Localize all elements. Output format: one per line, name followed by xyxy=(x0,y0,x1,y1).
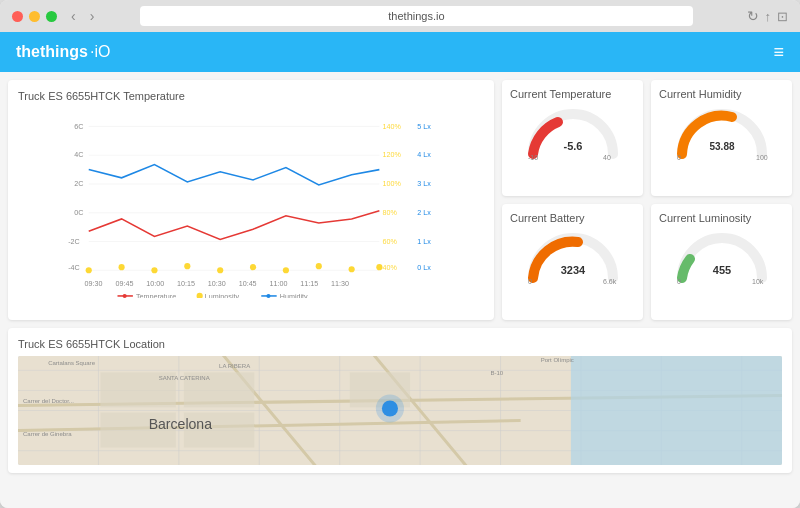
svg-text:11:00: 11:00 xyxy=(269,280,287,288)
svg-point-46 xyxy=(197,293,203,298)
svg-text:2C: 2C xyxy=(74,180,83,188)
humidity-gauge-container: 0 100 53.88 xyxy=(659,104,784,162)
luminosity-gauge-panel: Current Luminosity 0 10k xyxy=(651,204,792,320)
svg-point-30 xyxy=(283,267,289,273)
refresh-button[interactable]: ↻ xyxy=(747,8,759,24)
svg-text:Barcelona: Barcelona xyxy=(149,416,213,432)
brand-logo: thethings ·iO xyxy=(16,43,110,61)
chart-title: Truck ES 6655HTCK Temperature xyxy=(18,90,484,102)
brand-suffix: ·iO xyxy=(90,43,110,61)
svg-text:455: 455 xyxy=(712,264,730,276)
browser-actions: ↑ ⊡ xyxy=(765,9,789,24)
svg-text:2 Lx: 2 Lx xyxy=(417,209,431,217)
temperature-gauge-container: -10 40 -5.6 xyxy=(510,104,635,162)
svg-rect-87 xyxy=(571,356,782,465)
forward-button[interactable]: › xyxy=(90,8,95,24)
svg-point-90 xyxy=(376,394,404,422)
chart-panel: Truck ES 6655HTCK Temperature 6C 4C 2C 0… xyxy=(8,80,494,320)
temperature-gauge-title: Current Temperature xyxy=(510,88,611,100)
brand-name: thethings xyxy=(16,43,88,61)
map-svg: Barcelona Carrer del Doctor... Carrer de… xyxy=(18,356,782,465)
svg-text:-4C: -4C xyxy=(68,264,80,272)
svg-text:B-10: B-10 xyxy=(490,370,503,376)
luminosity-gauge-container: 0 10k 455 xyxy=(659,228,784,286)
hamburger-menu[interactable]: ≡ xyxy=(773,42,784,63)
svg-point-33 xyxy=(376,264,382,270)
svg-text:40: 40 xyxy=(603,154,611,161)
browser-frame: ‹ › thethings.io ↻ ↑ ⊡ thethings ·iO ≡ T… xyxy=(0,0,800,508)
svg-text:10:15: 10:15 xyxy=(177,280,195,288)
chart-svg: 6C 4C 2C 0C -2C -4C 140% 120% 100% 80% 6… xyxy=(18,108,484,298)
back-button[interactable]: ‹ xyxy=(71,8,76,24)
svg-text:LA RIBERA: LA RIBERA xyxy=(219,363,250,369)
humidity-gauge-svg: 0 100 53.88 xyxy=(672,104,772,162)
svg-text:0: 0 xyxy=(677,154,681,161)
svg-point-49 xyxy=(266,294,270,298)
main-content: Truck ES 6655HTCK Temperature 6C 4C 2C 0… xyxy=(0,72,800,508)
share-icon[interactable]: ↑ xyxy=(765,9,772,24)
map-title: Truck ES 6655HTCK Location xyxy=(18,338,782,350)
svg-text:10:45: 10:45 xyxy=(239,280,257,288)
svg-point-32 xyxy=(349,266,355,272)
top-section: Truck ES 6655HTCK Temperature 6C 4C 2C 0… xyxy=(8,80,792,320)
battery-gauge-svg: 0 6.6k 3234 xyxy=(523,228,623,286)
bottom-section: Truck ES 6655HTCK Location xyxy=(8,328,792,473)
svg-text:0 Lx: 0 Lx xyxy=(417,264,431,272)
svg-text:6.6k: 6.6k xyxy=(603,278,617,285)
svg-text:4C: 4C xyxy=(74,151,83,159)
svg-text:11:15: 11:15 xyxy=(300,280,318,288)
svg-text:0: 0 xyxy=(528,278,532,285)
svg-text:80%: 80% xyxy=(382,209,397,217)
svg-text:5 Lx: 5 Lx xyxy=(417,123,431,131)
app-container: thethings ·iO ≡ Truck ES 6655HTCK Temper… xyxy=(0,32,800,508)
svg-text:Humidity: Humidity xyxy=(280,293,308,298)
svg-point-25 xyxy=(119,264,125,270)
map-area[interactable]: Barcelona Carrer del Doctor... Carrer de… xyxy=(18,356,782,465)
svg-text:Temperature: Temperature xyxy=(136,293,176,298)
url-text: thethings.io xyxy=(388,10,444,22)
address-bar[interactable]: thethings.io xyxy=(140,6,692,26)
close-button[interactable] xyxy=(12,11,23,22)
svg-text:10:00: 10:00 xyxy=(146,280,164,288)
svg-text:SANTA CATERINA: SANTA CATERINA xyxy=(159,375,210,381)
maximize-button[interactable] xyxy=(46,11,57,22)
svg-point-31 xyxy=(316,263,322,269)
minimize-button[interactable] xyxy=(29,11,40,22)
svg-text:100: 100 xyxy=(756,154,768,161)
svg-text:Luminosity: Luminosity xyxy=(205,293,240,298)
temperature-gauge-svg: -10 40 -5.6 xyxy=(523,104,623,162)
battery-gauge-panel: Current Battery 0 6.6k xyxy=(502,204,643,320)
svg-point-28 xyxy=(217,267,223,273)
top-nav: thethings ·iO ≡ xyxy=(0,32,800,72)
svg-text:53.88: 53.88 xyxy=(709,141,734,152)
svg-text:0C: 0C xyxy=(74,209,83,217)
svg-point-26 xyxy=(151,267,157,273)
svg-text:Carrer del Doctor...: Carrer del Doctor... xyxy=(23,398,74,404)
svg-text:Carrer de Ginebra: Carrer de Ginebra xyxy=(23,431,72,437)
svg-text:Cartalans Square: Cartalans Square xyxy=(48,360,95,366)
tab-icon[interactable]: ⊡ xyxy=(777,9,788,24)
svg-text:1 Lx: 1 Lx xyxy=(417,238,431,246)
svg-text:09:45: 09:45 xyxy=(115,280,133,288)
svg-point-27 xyxy=(184,263,190,269)
svg-text:Port Olímpic: Port Olímpic xyxy=(541,357,574,363)
svg-text:100%: 100% xyxy=(382,180,401,188)
svg-point-24 xyxy=(86,267,92,273)
svg-text:10k: 10k xyxy=(752,278,764,285)
svg-text:-5.6: -5.6 xyxy=(563,140,582,152)
chart-svg-container: 6C 4C 2C 0C -2C -4C 140% 120% 100% 80% 6… xyxy=(18,108,484,298)
battery-gauge-title: Current Battery xyxy=(510,212,585,224)
temperature-gauge-panel: Current Temperature -10 40 xyxy=(502,80,643,196)
battery-gauge-container: 0 6.6k 3234 xyxy=(510,228,635,286)
luminosity-gauge-svg: 0 10k 455 xyxy=(672,228,772,286)
svg-text:140%: 140% xyxy=(382,123,401,131)
svg-text:09:30: 09:30 xyxy=(85,280,103,288)
gauges-grid: Current Temperature -10 40 xyxy=(502,80,792,320)
map-panel: Truck ES 6655HTCK Location xyxy=(8,328,792,473)
luminosity-gauge-title: Current Luminosity xyxy=(659,212,751,224)
svg-text:120%: 120% xyxy=(382,151,401,159)
svg-text:40%: 40% xyxy=(382,264,397,272)
svg-text:0: 0 xyxy=(677,278,681,285)
svg-text:3 Lx: 3 Lx xyxy=(417,180,431,188)
svg-text:-2C: -2C xyxy=(68,238,80,246)
